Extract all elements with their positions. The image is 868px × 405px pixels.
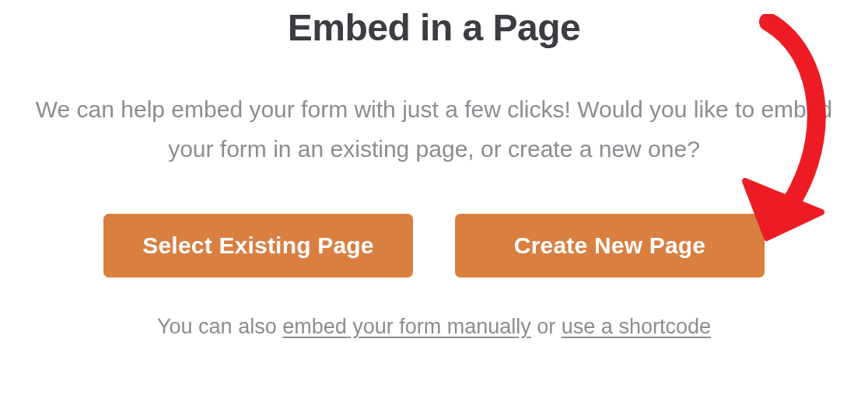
- modal-description: We can help embed your form with just a …: [14, 89, 854, 169]
- footer-prefix: You can also: [157, 315, 282, 338]
- modal-title: Embed in a Page: [288, 6, 581, 49]
- select-existing-page-button[interactable]: Select Existing Page: [103, 214, 413, 278]
- use-shortcode-link[interactable]: use a shortcode: [562, 315, 711, 338]
- embed-manually-link[interactable]: embed your form manually: [282, 315, 531, 338]
- embed-modal: Embed in a Page We can help embed your f…: [0, 0, 868, 405]
- button-row: Select Existing Page Create New Page: [103, 214, 765, 278]
- footer-middle: or: [531, 315, 562, 338]
- footer-text: You can also embed your form manually or…: [157, 315, 711, 339]
- create-new-page-button[interactable]: Create New Page: [455, 214, 765, 278]
